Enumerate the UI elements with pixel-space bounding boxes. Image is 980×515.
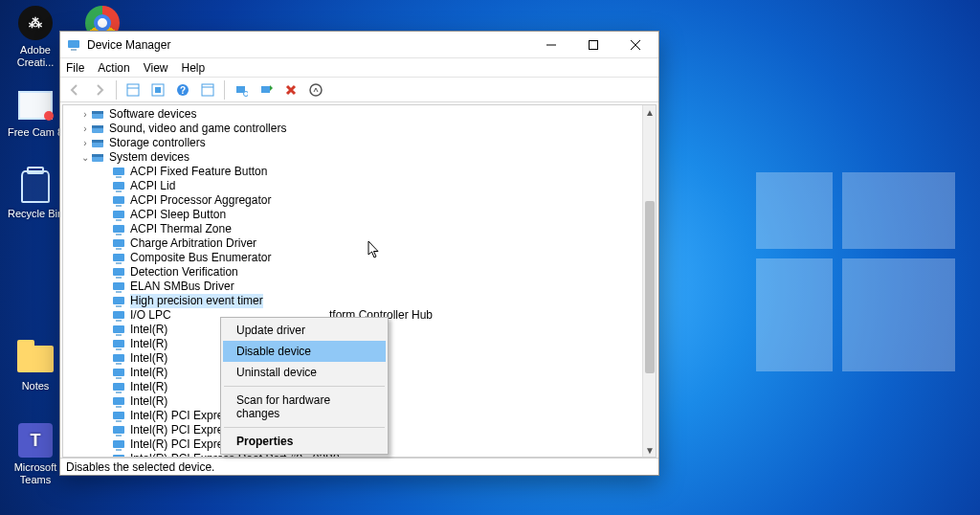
tree-node[interactable]: ACPI Sleep Button (63, 208, 642, 222)
svg-rect-56 (113, 383, 124, 391)
toolbar-enable-button[interactable] (256, 79, 277, 101)
minimize-button[interactable] (530, 33, 572, 57)
tree-node-label: ACPI Thermal Zone (130, 222, 232, 236)
desktop-icon-notes[interactable]: Notes (6, 340, 65, 392)
ctx-update-driver[interactable]: Update driver (223, 320, 386, 341)
status-text: Disables the selected device. (66, 460, 214, 474)
toolbar-scan-button[interactable] (231, 79, 252, 101)
tree-node[interactable]: ›Sound, video and game controllers (63, 122, 642, 136)
expand-glyph[interactable]: › (80, 122, 90, 136)
svg-rect-47 (116, 320, 122, 322)
close-button[interactable] (614, 33, 657, 57)
maximize-button[interactable] (572, 33, 614, 57)
tree-node-label: System devices (109, 150, 189, 165)
ctx-properties[interactable]: Properties (223, 431, 386, 452)
desktop-icon-recycle-bin[interactable]: Recycle Bin (6, 168, 65, 220)
svg-rect-65 (116, 449, 122, 451)
tree-node-label: Software devices (109, 107, 196, 122)
tree-node[interactable]: High precision event timer (63, 294, 642, 308)
svg-rect-19 (92, 111, 103, 114)
svg-rect-1 (71, 49, 77, 51)
svg-rect-43 (116, 291, 122, 293)
svg-rect-28 (113, 182, 124, 190)
tree-node[interactable]: ELAN SMBus Driver (63, 280, 642, 294)
vertical-scrollbar[interactable]: ▲ ▼ (642, 105, 656, 457)
tree-node-label: ELAN SMBus Driver (130, 280, 234, 294)
menubar: File Action View Help (60, 58, 658, 78)
menu-help[interactable]: Help (182, 61, 206, 75)
tree-node[interactable]: ACPI Processor Aggregator (63, 193, 642, 208)
tree-node-label: Intel(R) (130, 366, 167, 380)
window-title: Device Manager (87, 38, 170, 52)
tree-node[interactable]: ACPI Lid (63, 179, 642, 193)
tree-node-label: Sound, video and game controllers (109, 122, 286, 136)
toolbar-refresh-button[interactable] (147, 79, 168, 101)
toolbar-help-button[interactable]: ? (172, 79, 193, 101)
ctx-uninstall-device[interactable]: Uninstall device (223, 362, 386, 383)
tree-node[interactable]: ›Storage controllers (63, 136, 642, 150)
desktop-icon-adobe-cc[interactable]: ⁂ Adobe Creati... (6, 4, 65, 69)
expand-glyph[interactable]: › (80, 107, 90, 122)
expand-glyph[interactable]: ⌄ (80, 150, 90, 165)
device-icon (111, 395, 126, 409)
svg-rect-33 (116, 219, 122, 221)
svg-rect-31 (116, 205, 122, 207)
device-icon (111, 266, 126, 280)
ctx-disable-device[interactable]: Disable device (223, 341, 386, 362)
desktop-icon-label: Adobe Creati... (6, 44, 65, 69)
device-icon (111, 367, 126, 380)
windows-logo-watermark (756, 172, 955, 371)
tree-node[interactable]: Detection Verification (63, 265, 642, 280)
svg-point-17 (310, 84, 322, 96)
scroll-thumb[interactable] (645, 201, 655, 373)
toolbar-properties-button[interactable] (197, 79, 218, 101)
folder-icon (17, 346, 54, 372)
tree-node-label: Intel(R) (130, 380, 167, 394)
tree-node[interactable]: ACPI Fixed Feature Button (63, 165, 642, 179)
tree-node-label: ACPI Fixed Feature Button (130, 165, 267, 179)
titlebar[interactable]: Device Manager (60, 32, 658, 58)
tree-node[interactable]: ACPI Thermal Zone (63, 222, 642, 236)
tree-node-label: Charge Arbitration Driver (130, 236, 256, 251)
svg-rect-26 (113, 168, 124, 175)
scroll-up-arrow[interactable]: ▲ (643, 105, 657, 119)
tree-node-label: High precision event timer (130, 294, 263, 308)
tree-node-label: Intel(R) (130, 351, 167, 366)
tree-node[interactable]: Composite Bus Enumerator (63, 251, 642, 265)
toolbar-show-tree-button[interactable] (122, 79, 144, 101)
desktop-icon-freecam[interactable]: Free Cam 8 (6, 86, 65, 139)
svg-rect-58 (113, 397, 124, 405)
adobe-cc-icon: ⁂ (18, 6, 53, 40)
device-icon (111, 194, 126, 208)
toolbar-disable-button[interactable] (280, 79, 301, 101)
desktop-icon-label: Recycle Bin (8, 208, 63, 220)
svg-rect-27 (116, 176, 122, 178)
tree-node-label: ACPI Sleep Button (130, 208, 226, 222)
nav-back-button (64, 79, 85, 101)
tree-node[interactable]: ⌄System devices (63, 150, 642, 165)
svg-rect-49 (116, 334, 122, 336)
menu-file[interactable]: File (66, 61, 84, 75)
tree-node[interactable]: ›Software devices (63, 107, 642, 122)
menu-action[interactable]: Action (98, 61, 129, 75)
device-icon (111, 424, 126, 437)
svg-rect-41 (116, 277, 122, 279)
tree-node[interactable]: Charge Arbitration Driver (63, 236, 642, 251)
desktop-icon-label: Microsoft Teams (6, 461, 65, 486)
desktop-icon-teams[interactable]: T Microsoft Teams (6, 421, 65, 486)
svg-rect-25 (92, 154, 103, 157)
toolbar-separator (116, 80, 117, 100)
toolbar-uninstall-button[interactable] (305, 79, 326, 101)
svg-rect-9 (155, 87, 161, 93)
device-icon (111, 352, 126, 366)
svg-rect-55 (116, 377, 122, 379)
menu-view[interactable]: View (144, 61, 168, 75)
scroll-down-arrow[interactable]: ▼ (643, 443, 657, 457)
svg-text:?: ? (180, 85, 186, 96)
tree-node-label: Storage controllers (109, 136, 206, 150)
app-icon (66, 37, 81, 53)
svg-rect-23 (92, 140, 103, 143)
expand-glyph[interactable]: › (80, 136, 90, 150)
ctx-scan-hardware[interactable]: Scan for hardware changes (223, 390, 386, 424)
svg-rect-50 (113, 340, 124, 347)
